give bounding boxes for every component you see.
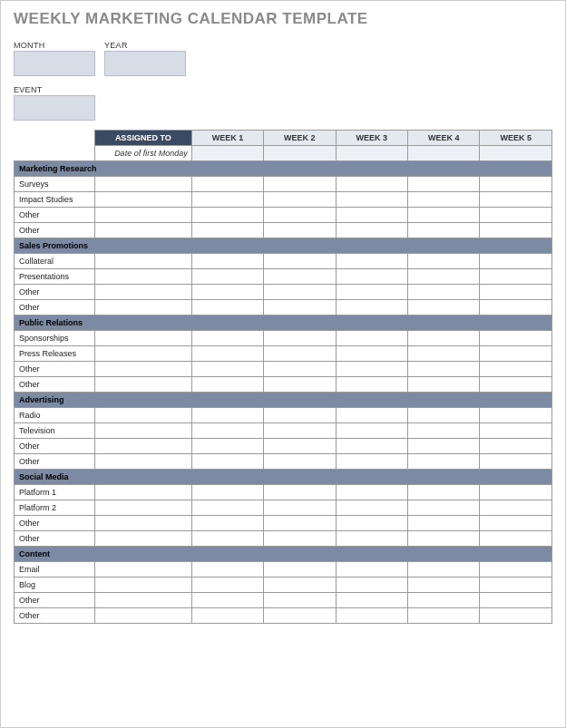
week-cell[interactable] xyxy=(336,531,407,547)
week-cell[interactable] xyxy=(336,423,407,439)
week-cell[interactable] xyxy=(408,223,480,238)
week-cell[interactable] xyxy=(264,531,336,547)
week-cell[interactable] xyxy=(264,500,336,516)
week-cell[interactable] xyxy=(480,377,552,393)
week-cell[interactable] xyxy=(480,331,552,346)
week-cell[interactable] xyxy=(480,362,552,377)
week-cell[interactable] xyxy=(408,578,480,593)
week-cell[interactable] xyxy=(191,223,263,238)
week-cell[interactable] xyxy=(336,454,407,470)
assigned-cell[interactable] xyxy=(94,208,191,223)
assigned-cell[interactable] xyxy=(94,300,191,315)
date-first-monday-cell[interactable] xyxy=(336,146,407,161)
date-first-monday-cell[interactable] xyxy=(191,146,263,161)
week-cell[interactable] xyxy=(480,285,552,300)
week-cell[interactable] xyxy=(264,331,336,346)
week-cell[interactable] xyxy=(408,608,480,624)
week-cell[interactable] xyxy=(336,485,407,500)
week-cell[interactable] xyxy=(264,408,336,423)
week-cell[interactable] xyxy=(191,454,263,470)
week-cell[interactable] xyxy=(408,300,480,315)
week-cell[interactable] xyxy=(264,516,336,531)
assigned-cell[interactable] xyxy=(94,531,191,547)
week-cell[interactable] xyxy=(264,192,336,208)
week-cell[interactable] xyxy=(191,423,263,439)
assigned-cell[interactable] xyxy=(94,269,191,285)
week-cell[interactable] xyxy=(264,485,336,500)
week-cell[interactable] xyxy=(480,223,552,238)
week-cell[interactable] xyxy=(191,608,263,624)
week-cell[interactable] xyxy=(336,516,407,531)
week-cell[interactable] xyxy=(480,192,552,208)
week-cell[interactable] xyxy=(336,331,407,346)
week-cell[interactable] xyxy=(264,254,336,269)
week-cell[interactable] xyxy=(264,269,336,285)
week-cell[interactable] xyxy=(336,500,407,516)
week-cell[interactable] xyxy=(336,177,407,192)
week-cell[interactable] xyxy=(336,408,407,423)
week-cell[interactable] xyxy=(191,362,263,377)
week-cell[interactable] xyxy=(480,269,552,285)
week-cell[interactable] xyxy=(191,408,263,423)
week-cell[interactable] xyxy=(191,192,263,208)
week-cell[interactable] xyxy=(264,608,336,624)
week-cell[interactable] xyxy=(408,439,480,454)
assigned-cell[interactable] xyxy=(94,439,191,454)
assigned-cell[interactable] xyxy=(94,331,191,346)
week-cell[interactable] xyxy=(336,269,407,285)
week-cell[interactable] xyxy=(264,423,336,439)
week-cell[interactable] xyxy=(408,377,480,393)
week-cell[interactable] xyxy=(408,531,480,547)
week-cell[interactable] xyxy=(191,485,263,500)
week-cell[interactable] xyxy=(480,562,552,578)
week-cell[interactable] xyxy=(191,377,263,393)
week-cell[interactable] xyxy=(408,485,480,500)
week-cell[interactable] xyxy=(191,177,263,192)
week-cell[interactable] xyxy=(480,578,552,593)
week-cell[interactable] xyxy=(408,285,480,300)
week-cell[interactable] xyxy=(264,562,336,578)
week-cell[interactable] xyxy=(191,516,263,531)
week-cell[interactable] xyxy=(480,485,552,500)
week-cell[interactable] xyxy=(191,562,263,578)
week-cell[interactable] xyxy=(264,300,336,315)
week-cell[interactable] xyxy=(336,346,407,362)
week-cell[interactable] xyxy=(264,578,336,593)
week-cell[interactable] xyxy=(191,500,263,516)
week-cell[interactable] xyxy=(336,254,407,269)
week-cell[interactable] xyxy=(408,454,480,470)
week-cell[interactable] xyxy=(336,208,407,223)
week-cell[interactable] xyxy=(480,177,552,192)
week-cell[interactable] xyxy=(191,331,263,346)
week-cell[interactable] xyxy=(264,208,336,223)
week-cell[interactable] xyxy=(191,531,263,547)
week-cell[interactable] xyxy=(408,408,480,423)
week-cell[interactable] xyxy=(264,439,336,454)
week-cell[interactable] xyxy=(264,285,336,300)
week-cell[interactable] xyxy=(264,593,336,608)
week-cell[interactable] xyxy=(408,192,480,208)
week-cell[interactable] xyxy=(264,377,336,393)
week-cell[interactable] xyxy=(336,192,407,208)
week-cell[interactable] xyxy=(336,608,407,624)
week-cell[interactable] xyxy=(191,593,263,608)
week-cell[interactable] xyxy=(480,300,552,315)
date-first-monday-cell[interactable] xyxy=(264,146,336,161)
assigned-cell[interactable] xyxy=(94,408,191,423)
week-cell[interactable] xyxy=(408,331,480,346)
week-cell[interactable] xyxy=(264,177,336,192)
week-cell[interactable] xyxy=(480,346,552,362)
assigned-cell[interactable] xyxy=(94,177,191,192)
month-input[interactable] xyxy=(14,51,95,76)
assigned-cell[interactable] xyxy=(94,454,191,470)
week-cell[interactable] xyxy=(264,223,336,238)
week-cell[interactable] xyxy=(336,578,407,593)
week-cell[interactable] xyxy=(408,208,480,223)
week-cell[interactable] xyxy=(336,285,407,300)
week-cell[interactable] xyxy=(336,562,407,578)
event-input[interactable] xyxy=(14,95,95,121)
assigned-cell[interactable] xyxy=(94,593,191,608)
assigned-cell[interactable] xyxy=(94,562,191,578)
week-cell[interactable] xyxy=(336,439,407,454)
week-cell[interactable] xyxy=(264,346,336,362)
